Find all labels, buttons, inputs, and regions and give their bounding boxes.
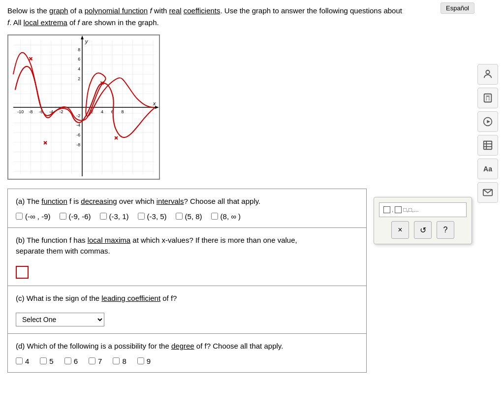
- svg-text:4: 4: [101, 109, 103, 114]
- svg-point-60: [486, 70, 489, 74]
- checkbox-a2-input[interactable]: [60, 213, 66, 220]
- svg-text:6: 6: [78, 57, 80, 62]
- svg-text:-8: -8: [29, 109, 33, 114]
- question-b-label: (b) The function f has local maxima at w…: [16, 235, 358, 257]
- svg-text:-10: -10: [17, 109, 24, 114]
- svg-text:y: y: [85, 38, 88, 44]
- checkbox-a6[interactable]: (8, ∞ ): [211, 212, 241, 221]
- checkbox-a4-input[interactable]: [138, 213, 145, 220]
- local-extrema-link[interactable]: local extrema: [24, 18, 67, 27]
- math-display: , □,□,...: [379, 202, 467, 217]
- question-a-label: (a) The function f is decreasing over wh…: [16, 196, 358, 207]
- checkbox-d4[interactable]: 4: [16, 357, 29, 365]
- checkbox-d5-input[interactable]: [40, 357, 47, 364]
- function-link-a[interactable]: function: [41, 197, 67, 205]
- checkbox-a6-input[interactable]: [211, 213, 218, 220]
- svg-text:2: 2: [78, 76, 80, 81]
- checkbox-a5[interactable]: (5, 8): [176, 212, 202, 221]
- book-button[interactable]: [477, 135, 498, 156]
- checkbox-d6[interactable]: 6: [64, 357, 78, 365]
- svg-text:8: 8: [121, 109, 124, 114]
- mail-button[interactable]: [477, 182, 498, 203]
- squares-display: , □,□,...: [383, 206, 419, 213]
- question-a-section: (a) The function f is decreasing over wh…: [8, 189, 366, 228]
- local-maxima-input-box[interactable]: [16, 266, 29, 279]
- checkbox-d6-input[interactable]: [64, 357, 71, 364]
- square-icon-2: [395, 206, 402, 213]
- svg-text:-2: -2: [76, 113, 80, 118]
- math-undo-button[interactable]: ↺: [414, 221, 432, 239]
- square-icon-1: [383, 206, 390, 213]
- question-c-section: (c) What is the sign of the leading coef…: [8, 286, 366, 334]
- checkbox-a4[interactable]: (-3, 5): [138, 212, 167, 221]
- question-d-label: (d) Which of the following is a possibil…: [16, 341, 358, 352]
- svg-rect-69: [484, 141, 492, 150]
- checkbox-d8-input[interactable]: [113, 357, 120, 364]
- checkbox-d4-input[interactable]: [16, 357, 23, 364]
- questions-box: (a) The function f is decreasing over wh…: [7, 189, 367, 373]
- text-icon-label: Aa: [483, 165, 492, 173]
- checkbox-d9-input[interactable]: [137, 357, 144, 364]
- checkbox-d7-input[interactable]: [89, 357, 95, 364]
- checkbox-a3[interactable]: (-3, 1): [100, 212, 129, 221]
- real-link[interactable]: real: [169, 6, 182, 15]
- question-d-checkboxes: 4 5 6 7 8 9: [16, 357, 358, 365]
- checkbox-d9[interactable]: 9: [137, 357, 151, 365]
- play-button[interactable]: [477, 111, 498, 132]
- degree-link[interactable]: degree: [171, 342, 194, 350]
- svg-text:4: 4: [78, 66, 80, 71]
- polynomial-function-link[interactable]: polynomial function: [85, 6, 148, 15]
- intro-paragraph: Below is the graph of a polynomial funct…: [7, 5, 497, 29]
- intervals-link[interactable]: intervals: [157, 197, 184, 205]
- svg-text:-8: -8: [76, 142, 80, 147]
- leading-coefficient-link[interactable]: leading coefficient: [101, 294, 160, 302]
- espanol-button[interactable]: Español: [441, 2, 474, 14]
- checkbox-d5[interactable]: 5: [40, 357, 53, 365]
- math-popup-actions: × ↺ ?: [379, 221, 467, 239]
- question-d-section: (d) Which of the following is a possibil…: [8, 334, 366, 372]
- math-help-button[interactable]: ?: [437, 221, 454, 239]
- local-maxima-input[interactable]: [17, 267, 28, 278]
- calculator-button[interactable]: [477, 88, 498, 108]
- checkbox-a2[interactable]: (-9, -6): [60, 212, 91, 221]
- svg-text:-6: -6: [76, 132, 80, 137]
- svg-text:-2: -2: [60, 109, 63, 114]
- right-toolbar: Aa: [477, 64, 498, 203]
- svg-text:x: x: [153, 100, 156, 106]
- graph-svg: -10 -8 -6 -4 -2 2 4 6 8 8 6 4 2 -2 -4 -6…: [8, 35, 159, 179]
- math-close-button[interactable]: ×: [391, 221, 409, 239]
- question-b-section: (b) The function f has local maxima at w…: [8, 228, 366, 286]
- text-button[interactable]: Aa: [477, 159, 498, 179]
- svg-marker-68: [487, 120, 490, 124]
- local-maxima-link[interactable]: local maxima: [88, 236, 131, 244]
- svg-rect-61: [484, 94, 492, 102]
- graph-container: -10 -8 -6 -4 -2 2 4 6 8 8 6 4 2 -2 -4 -6…: [7, 34, 160, 180]
- decreasing-link[interactable]: decreasing: [81, 197, 117, 205]
- coefficients-link[interactable]: coefficients: [184, 6, 220, 15]
- checkbox-d7[interactable]: 7: [89, 357, 102, 365]
- question-a-checkboxes: (-∞ , -9) (-9, -6) (-3, 1) (-3, 5) (5, 8…: [16, 212, 358, 221]
- checkbox-a3-input[interactable]: [100, 213, 107, 220]
- checkbox-a1-input[interactable]: [16, 213, 23, 220]
- leading-coefficient-select[interactable]: Select One Positive Negative: [16, 313, 104, 326]
- math-popup: , □,□,... × ↺ ?: [374, 197, 472, 244]
- checkbox-d8[interactable]: 8: [113, 357, 126, 365]
- ellipsis: □,□,...: [403, 206, 418, 213]
- graph-link[interactable]: graph: [49, 6, 68, 15]
- checkbox-a5-input[interactable]: [176, 213, 183, 220]
- question-c-label: (c) What is the sign of the leading coef…: [16, 293, 358, 304]
- svg-text:-4: -4: [76, 123, 80, 128]
- person-button[interactable]: [477, 64, 498, 85]
- checkbox-a1[interactable]: (-∞ , -9): [16, 212, 51, 221]
- svg-text:8: 8: [78, 47, 80, 52]
